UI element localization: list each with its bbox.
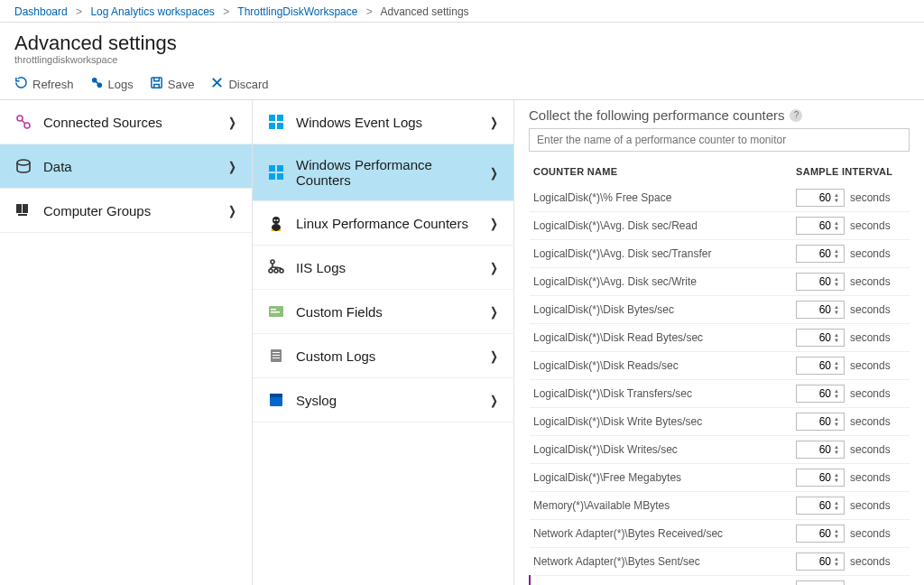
menu-item-linux[interactable]: Linux Performance Counters❭: [253, 201, 513, 246]
save-button[interactable]: Save: [150, 76, 195, 92]
chevron-right-icon: ❭: [489, 305, 499, 319]
windows-icon: [267, 113, 285, 131]
svg-rect-2: [152, 78, 162, 88]
counter-row: LogicalDisk(*)\% Free Space▲▼seconds: [530, 184, 910, 212]
counter-row: LogicalDisk(*)\Disk Writes/sec▲▼seconds: [530, 436, 910, 464]
counter-search-input[interactable]: [529, 128, 910, 152]
interval-input[interactable]: [796, 217, 845, 235]
interval-input[interactable]: [796, 413, 845, 431]
interval-input[interactable]: [796, 525, 845, 543]
counter-row: LogicalDisk(*)\Disk Write Bytes/sec▲▼sec…: [530, 408, 910, 436]
menu-item-label: Connected Sources: [43, 115, 162, 130]
svg-rect-16: [277, 173, 283, 180]
counter-row: LogicalDisk(*)\Avg. Disk sec/Transfer▲▼s…: [530, 240, 910, 268]
menu-item-windows[interactable]: Windows Performance Counters❭: [253, 144, 513, 201]
seconds-label: seconds: [850, 191, 891, 204]
counter-row: LogicalDisk(*)\Disk Read Bytes/sec▲▼seco…: [530, 324, 910, 352]
seconds-label: seconds: [850, 443, 891, 456]
counter-row: Network Adapter(*)\Bytes Sent/sec▲▼secon…: [530, 548, 910, 576]
chevron-right-icon: ❭: [489, 394, 499, 407]
connected-sources-icon: [14, 113, 32, 131]
interval-input[interactable]: [796, 441, 845, 459]
svg-rect-33: [270, 394, 282, 397]
svg-rect-14: [277, 165, 283, 172]
seconds-label: seconds: [850, 387, 891, 400]
seconds-label: seconds: [850, 275, 891, 288]
iis-icon: [267, 258, 285, 276]
chevron-right-icon: ❭: [227, 160, 237, 173]
menu-item-iis[interactable]: IIS Logs❭: [253, 246, 513, 290]
discard-icon: [210, 76, 224, 92]
section-title-text: Collect the following performance counte…: [529, 107, 784, 123]
content-panes: Connected Sources❭Data❭Computer Groups❭ …: [0, 100, 924, 585]
counter-row: LogicalDisk(*)\Disk Bytes/sec▲▼seconds: [530, 296, 910, 324]
section-title: Collect the following performance counte…: [529, 107, 910, 123]
menu-item-data[interactable]: Data❭: [0, 144, 252, 189]
menu-item-label: IIS Logs: [296, 260, 346, 275]
menu-item-label: Custom Logs: [296, 348, 375, 364]
menu-item-syslog[interactable]: Syslog❭: [253, 378, 513, 422]
linux-icon: [267, 214, 285, 232]
interval-input[interactable]: [796, 245, 845, 263]
interval-input[interactable]: [796, 273, 845, 291]
svg-rect-29: [273, 352, 280, 353]
breadcrumb-link[interactable]: ThrottlingDiskWorkspace: [237, 5, 357, 18]
data-icon: [14, 157, 32, 175]
logs-label: Logs: [108, 78, 134, 91]
interval-input[interactable]: [796, 385, 845, 403]
menu-item-windows[interactable]: Windows Event Logs❭: [253, 100, 513, 144]
nav-pane-1: Connected Sources❭Data❭Computer Groups❭: [0, 100, 253, 585]
svg-point-22: [269, 269, 273, 273]
interval-input[interactable]: [796, 301, 845, 319]
svg-rect-31: [273, 358, 280, 358]
interval-input[interactable]: [796, 189, 845, 207]
col-counter-name: COUNTER NAME: [530, 161, 792, 184]
logs-icon: [90, 76, 104, 92]
seconds-label: seconds: [850, 499, 891, 512]
interval-input[interactable]: [796, 580, 845, 585]
chevron-right-icon: ❭: [227, 116, 237, 129]
breadcrumb-link[interactable]: Dashboard: [14, 5, 68, 18]
counter-name: Network Adapter(*)\Bytes Received/sec: [530, 520, 792, 548]
help-icon[interactable]: ?: [790, 109, 802, 122]
seconds-label: seconds: [850, 331, 891, 344]
menu-item-computer-groups[interactable]: Computer Groups❭: [0, 189, 252, 233]
counter-name: LogicalDisk(*)\Avg. Disk sec/Read: [530, 212, 792, 240]
custom-fields-icon: [267, 302, 285, 320]
interval-input[interactable]: [796, 497, 845, 515]
menu-item-label: Data: [43, 159, 72, 174]
counter-name: Network Adapter(*)\Bytes Sent/sec: [530, 548, 792, 576]
counter-row: LogicalDisk(*)\Avg. Disk sec/Write▲▼seco…: [530, 268, 910, 296]
menu-item-custom-fields[interactable]: Custom Fields❭: [253, 290, 513, 334]
menu-item-custom-logs[interactable]: Custom Logs❭: [253, 334, 513, 378]
counter-row: Memory(*)\Available MBytes▲▼seconds: [530, 492, 910, 520]
discard-button[interactable]: Discard: [210, 76, 268, 92]
svg-point-20: [277, 219, 279, 221]
interval-input[interactable]: [796, 357, 845, 375]
counter-name: PhysicalDisk(*)\Disk Bytes/sec: [530, 576, 792, 586]
counter-name: LogicalDisk(*)\Avg. Disk sec/Write: [530, 268, 792, 296]
col-sample-interval: SAMPLE INTERVAL: [792, 161, 910, 184]
counter-name: LogicalDisk(*)\% Free Space: [530, 184, 792, 212]
chevron-right-icon: >: [76, 5, 82, 18]
menu-item-connected-sources[interactable]: Connected Sources❭: [0, 100, 252, 144]
interval-input[interactable]: [796, 469, 845, 487]
counter-name: LogicalDisk(*)\Disk Reads/sec: [530, 352, 792, 380]
svg-point-23: [274, 269, 278, 273]
counters-table: COUNTER NAME SAMPLE INTERVAL LogicalDisk…: [529, 161, 910, 585]
svg-point-21: [271, 260, 274, 264]
refresh-button[interactable]: Refresh: [14, 76, 74, 92]
seconds-label: seconds: [850, 359, 891, 372]
interval-input[interactable]: [796, 552, 845, 571]
counter-row: LogicalDisk(*)\Avg. Disk sec/Read▲▼secon…: [530, 212, 910, 240]
svg-rect-13: [269, 165, 275, 172]
counter-name: LogicalDisk(*)\Disk Read Bytes/sec: [530, 324, 792, 352]
chevron-right-icon: >: [366, 5, 373, 18]
seconds-label: seconds: [850, 247, 891, 260]
svg-rect-11: [269, 123, 275, 129]
seconds-label: seconds: [850, 555, 891, 568]
interval-input[interactable]: [796, 329, 845, 347]
svg-point-5: [17, 160, 30, 165]
breadcrumb-link[interactable]: Log Analytics workspaces: [90, 5, 214, 18]
logs-button[interactable]: Logs: [90, 76, 134, 92]
